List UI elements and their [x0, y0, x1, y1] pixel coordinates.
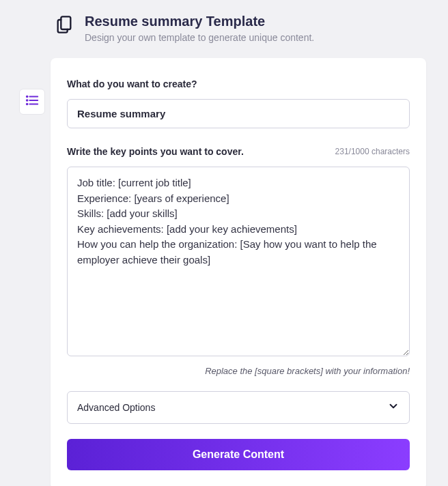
page-title: Resume summary Template — [85, 14, 448, 29]
page-subtitle: Design your own template to generate uni… — [85, 32, 448, 43]
char-counter: 231/1000 characters — [335, 147, 410, 156]
svg-point-6 — [27, 104, 28, 105]
template-form-card: What do you want to create? Write the ke… — [51, 58, 426, 486]
chevron-down-icon — [387, 400, 400, 415]
create-input[interactable] — [67, 99, 410, 128]
page-header: Resume summary Template Design your own … — [0, 0, 448, 43]
advanced-options-accordion[interactable]: Advanced Options — [67, 391, 410, 424]
svg-point-5 — [27, 100, 28, 101]
create-label: What do you want to create? — [67, 78, 410, 89]
side-tab-list[interactable] — [19, 89, 45, 115]
svg-point-4 — [27, 96, 28, 98]
copy-icon — [55, 15, 74, 37]
helper-text: Replace the [square brackets] with your … — [67, 366, 410, 376]
keypoints-label: Write the key points you want to cover. — [67, 146, 244, 157]
keypoints-textarea[interactable] — [67, 167, 410, 356]
list-icon — [25, 93, 40, 111]
advanced-options-label: Advanced Options — [77, 402, 155, 413]
generate-content-button[interactable]: Generate Content — [67, 439, 410, 470]
svg-rect-0 — [61, 16, 70, 29]
